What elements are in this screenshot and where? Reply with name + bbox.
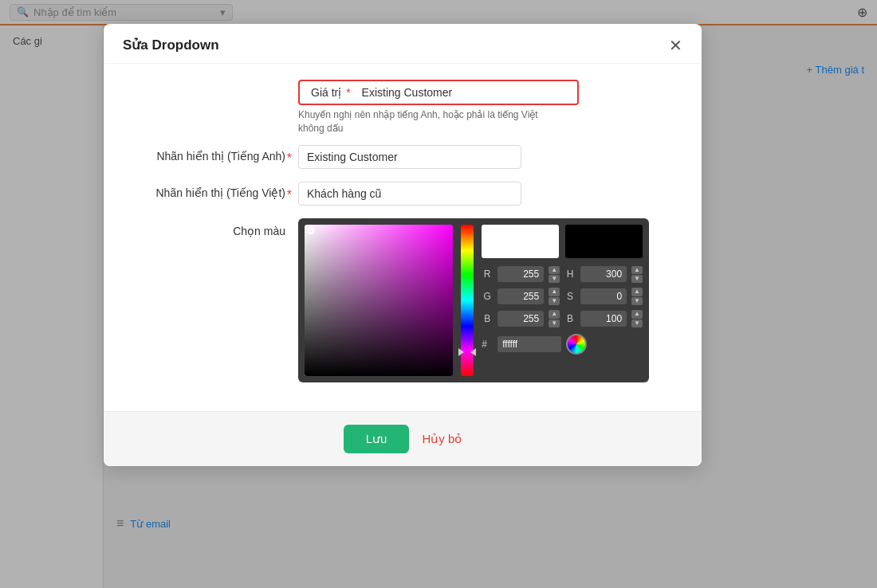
h-down[interactable]: ▼ xyxy=(631,275,643,283)
h-spinners: ▲ ▼ xyxy=(631,266,643,284)
gia-tri-hint: Khuyến nghị nên nhập tiếng Anh, hoặc phả… xyxy=(298,108,553,135)
h-input[interactable] xyxy=(580,266,627,282)
g-up[interactable]: ▲ xyxy=(549,288,560,296)
canvas-dark-overlay xyxy=(305,225,453,376)
nhan-en-label: Nhãn hiển thị (Tiếng Anh) * xyxy=(123,145,298,163)
s-up[interactable]: ▲ xyxy=(631,288,643,296)
b-up[interactable]: ▲ xyxy=(549,310,560,318)
r-label: R xyxy=(482,269,493,280)
h-label: H xyxy=(564,269,576,280)
s-spinners: ▲ ▼ xyxy=(631,288,643,305)
modal-body: Giá trị * Khuyến nghị nên nhập tiếng Anh… xyxy=(104,64,702,411)
color-row: Chọn màu xyxy=(123,218,682,382)
nhan-vi-row: Nhãn hiển thị (Tiếng Việt) * xyxy=(123,182,682,206)
color-canvas[interactable] xyxy=(305,225,453,376)
s-input[interactable] xyxy=(580,288,627,304)
r-spinners: ▲ ▼ xyxy=(549,266,560,284)
hue-strip[interactable] xyxy=(461,225,474,376)
s-label: S xyxy=(564,291,576,302)
cancel-button[interactable]: Hủy bỏ xyxy=(422,432,462,446)
s-down[interactable]: ▼ xyxy=(631,297,643,305)
h-up[interactable]: ▲ xyxy=(631,266,643,274)
nhan-en-row: Nhãn hiển thị (Tiếng Anh) * xyxy=(123,145,682,169)
save-button[interactable]: Lưu xyxy=(344,425,410,453)
color-label: Chọn màu xyxy=(123,218,298,237)
b2-up[interactable]: ▲ xyxy=(631,310,643,318)
modal-footer: Lưu Hủy bỏ xyxy=(104,411,702,466)
hue-cursor-left xyxy=(458,348,464,356)
hue-cursor-right xyxy=(470,348,476,356)
b2-down[interactable]: ▼ xyxy=(631,319,643,327)
color-picker-container: R ▲ ▼ H ▲ ▼ xyxy=(298,218,649,382)
r-down[interactable]: ▼ xyxy=(549,275,560,283)
channel-r-h-row: R ▲ ▼ H ▲ ▼ xyxy=(482,266,643,284)
channel-g-s-row: G ▲ ▼ S ▲ ▼ xyxy=(482,288,643,305)
b2-input[interactable] xyxy=(580,311,627,327)
g-input[interactable] xyxy=(497,288,544,304)
g-label: G xyxy=(482,291,493,302)
hex-row: # xyxy=(482,334,643,355)
nhan-en-control xyxy=(298,145,682,169)
edit-dropdown-modal: Sửa Dropdown ✕ Giá trị * Khuyến nghị nên… xyxy=(104,24,702,466)
color-right-panel: R ▲ ▼ H ▲ ▼ xyxy=(482,225,643,376)
g-down[interactable]: ▼ xyxy=(549,297,560,305)
color-picker: R ▲ ▼ H ▲ ▼ xyxy=(298,218,649,382)
b-label: B xyxy=(482,313,493,324)
gia-tri-required: * xyxy=(346,86,350,99)
canvas-cursor xyxy=(308,228,314,234)
g-spinners: ▲ ▼ xyxy=(549,288,560,305)
b-input[interactable] xyxy=(497,311,544,327)
hex-label: # xyxy=(482,339,493,350)
modal-close-button[interactable]: ✕ xyxy=(669,37,682,53)
preview-old xyxy=(565,225,643,258)
modal-header: Sửa Dropdown ✕ xyxy=(104,24,702,64)
color-swatch-button[interactable] xyxy=(566,334,587,355)
b-down[interactable]: ▼ xyxy=(549,319,560,327)
r-input[interactable] xyxy=(497,266,544,282)
modal-title: Sửa Dropdown xyxy=(123,37,219,53)
preview-new xyxy=(482,225,559,258)
preview-row xyxy=(482,225,643,258)
hex-input[interactable] xyxy=(497,336,561,352)
gia-tri-input[interactable] xyxy=(354,81,577,104)
gia-tri-row: Giá trị * Khuyến nghị nên nhập tiếng Anh… xyxy=(123,80,682,135)
nhan-vi-required: * xyxy=(287,188,292,202)
nhan-vi-control xyxy=(298,182,682,206)
hue-strip-wrap xyxy=(459,225,475,376)
nhan-en-input[interactable] xyxy=(298,145,521,169)
r-up[interactable]: ▲ xyxy=(549,266,560,274)
b2-spinners: ▲ ▼ xyxy=(631,310,643,327)
nhan-vi-label: Nhãn hiển thị (Tiếng Việt) * xyxy=(123,182,298,199)
channel-b-b2-row: B ▲ ▼ B ▲ ▼ xyxy=(482,310,643,327)
b2-label: B xyxy=(564,313,576,324)
nhan-vi-input[interactable] xyxy=(298,182,521,206)
gia-tri-label: Giá trị * xyxy=(300,81,354,104)
b-spinners: ▲ ▼ xyxy=(549,310,560,327)
nhan-en-required: * xyxy=(287,151,292,166)
